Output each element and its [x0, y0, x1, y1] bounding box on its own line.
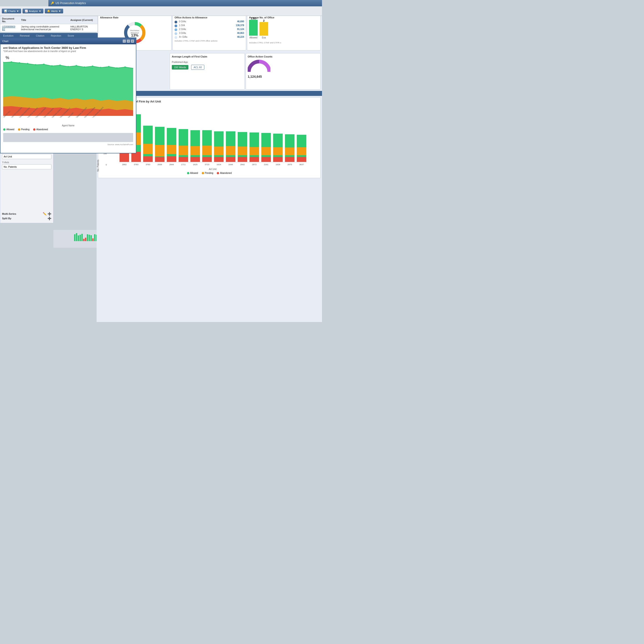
- svg-rect-107: [83, 239, 85, 241]
- oa-4-dot: [175, 36, 177, 39]
- bar-legend-pending: Pending: [202, 172, 213, 174]
- avg-bar-exam: 2 Exa: [260, 19, 268, 39]
- legend-abandoned-dot: [33, 128, 35, 131]
- avg-length-buttons: 150 Words ACL 60: [172, 65, 243, 70]
- multi-series-add-icon[interactable]: ➕: [47, 212, 51, 216]
- chart-scrollbar[interactable]: [3, 133, 133, 142]
- tab-rejection[interactable]: Rejection: [47, 33, 64, 38]
- svg-rect-110: [89, 235, 90, 241]
- tab-evolution[interactable]: Evolution: [0, 33, 17, 38]
- window-controls: − ⤢ ✕: [123, 40, 134, 43]
- charts-button[interactable]: 📊 Charts ▼: [2, 9, 21, 13]
- alerts-icon: 🔔: [47, 10, 50, 12]
- svg-rect-105: [80, 235, 81, 241]
- doc-no-link[interactable]: US9988869 B2: [0, 24, 19, 32]
- svg-rect-45: [143, 156, 153, 162]
- svg-point-5: [43, 64, 45, 65]
- svg-rect-109: [87, 234, 88, 241]
- split-by-add-icon[interactable]: ➕: [47, 217, 51, 220]
- charts-label: Charts: [8, 10, 15, 12]
- bars-area: 2882 3783 3763 2836 2844 1711 1625 3723 …: [107, 107, 318, 170]
- alerts-button[interactable]: 🔔 Alerts ▼: [45, 9, 63, 13]
- toolbar: 📊 Charts ▼ 📈 Analyze ▼ 🔔 Alerts ▼: [0, 6, 322, 16]
- svg-rect-78: [273, 157, 283, 162]
- allowance-rate-title: Allowance Rate: [100, 16, 170, 19]
- tab-citation[interactable]: Citation: [33, 33, 47, 38]
- svg-rect-46: [155, 127, 165, 162]
- bar-legend-abandoned-dot: [217, 172, 219, 174]
- oa-1-value: 138,378: [236, 24, 244, 27]
- svg-text:3783: 3783: [134, 163, 138, 166]
- avg-length-card: Average Length of First Claim Published …: [170, 53, 245, 90]
- multi-series-label: Multi-Series: [2, 212, 16, 215]
- svg-point-14: [116, 67, 117, 69]
- tab-score[interactable]: Score: [64, 33, 77, 38]
- x-axis-input[interactable]: [2, 154, 51, 159]
- alerts-chevron: ▼: [58, 10, 61, 12]
- svg-text:2161: 2161: [264, 163, 268, 166]
- charts-chevron: ▼: [16, 10, 19, 12]
- avg-office-card: Average No. of Office 1.91 Allowed 2 Exa…: [247, 14, 321, 50]
- analyze-label: Analyze: [29, 10, 38, 12]
- svg-rect-103: [76, 233, 77, 241]
- svg-rect-113: [94, 234, 95, 241]
- multi-series-edit-icon[interactable]: ✏️: [43, 212, 47, 216]
- words-button[interactable]: 150 Words: [172, 65, 188, 70]
- title-bar: 🔑 US Prosecution Analytics: [48, 0, 322, 6]
- multi-series-row: Multi-Series ✏️ ➕: [2, 212, 51, 216]
- svg-rect-48: [155, 157, 165, 162]
- charts-icon: 📊: [4, 10, 7, 12]
- svg-point-8: [67, 66, 69, 67]
- svg-text:2872: 2872: [252, 163, 257, 166]
- avg-bars-container: 1.91 Allowed 2 Exa: [249, 20, 319, 41]
- document-table: Document No. Title Assignee (Current) US…: [0, 16, 98, 32]
- office-count-chart: 1,124,645: [248, 59, 319, 78]
- svg-rect-75: [261, 157, 271, 162]
- avg-length-title: Average Length of First Claim: [172, 55, 243, 58]
- semicircle-chart: [248, 59, 270, 73]
- svg-rect-62: [214, 147, 224, 155]
- y-axis-input[interactable]: [2, 164, 51, 169]
- legend-allowed-dot: [3, 128, 5, 131]
- chart-window-title-text: Chart: [2, 40, 8, 42]
- chart-subtitle: *GM and Ford have low abandonments due t…: [0, 50, 136, 54]
- table-row[interactable]: US9988869 B2 Jarring using controllable …: [0, 24, 97, 32]
- maximize-button[interactable]: ⤢: [127, 40, 130, 43]
- svg-point-3: [27, 63, 28, 64]
- avg-office-note: Includes CTRS, CTNF and CTFR o: [249, 42, 319, 44]
- svg-text:1711: 1711: [181, 163, 186, 166]
- bar-legend-allowed-dot: [187, 172, 189, 174]
- svg-text:3763: 3763: [146, 163, 150, 166]
- sidebar-spacer: [2, 171, 51, 212]
- doc-title: Jarring using controllable powered bidir…: [19, 24, 69, 32]
- svg-rect-66: [226, 157, 235, 162]
- avg-exam-bar: [260, 22, 268, 36]
- oa-3-value: 40,863: [237, 32, 244, 35]
- svg-text:1624: 1624: [217, 163, 221, 166]
- avg-length-content: Published App 150 Words ACL 60: [172, 61, 243, 70]
- svg-text:2882: 2882: [122, 163, 127, 166]
- svg-point-6: [51, 65, 52, 67]
- svg-text:1625: 1625: [193, 163, 197, 166]
- analyze-icon: 📈: [25, 10, 28, 12]
- y-axis-label-sidebar: Y-Axis: [2, 161, 51, 164]
- svg-rect-102: [74, 234, 75, 241]
- acl-button[interactable]: ACL 60: [191, 65, 204, 70]
- analyze-button[interactable]: 📈 Analyze ▼: [22, 9, 43, 13]
- svg-text:2875: 2875: [287, 163, 292, 166]
- svg-rect-50: [167, 145, 176, 154]
- svg-rect-104: [78, 235, 79, 241]
- oa-0-label: 0 O/As: [179, 20, 186, 23]
- svg-point-11: [92, 65, 93, 67]
- oa-1-dot: [175, 25, 177, 27]
- doc-assignee: HALLIBURTON ENERGY S: [69, 24, 97, 32]
- bar-legend-allowed: Allowed: [187, 172, 198, 174]
- svg-rect-60: [202, 157, 212, 162]
- minimize-button[interactable]: −: [123, 40, 126, 43]
- oa-4-label: 4+ O/As: [179, 36, 187, 39]
- close-button[interactable]: ✕: [131, 40, 134, 43]
- split-by-row: Split By ➕: [2, 217, 51, 220]
- tab-renewal[interactable]: Renewal: [17, 33, 33, 38]
- multi-series-actions: ✏️ ➕: [43, 212, 51, 216]
- svg-rect-111: [90, 235, 92, 241]
